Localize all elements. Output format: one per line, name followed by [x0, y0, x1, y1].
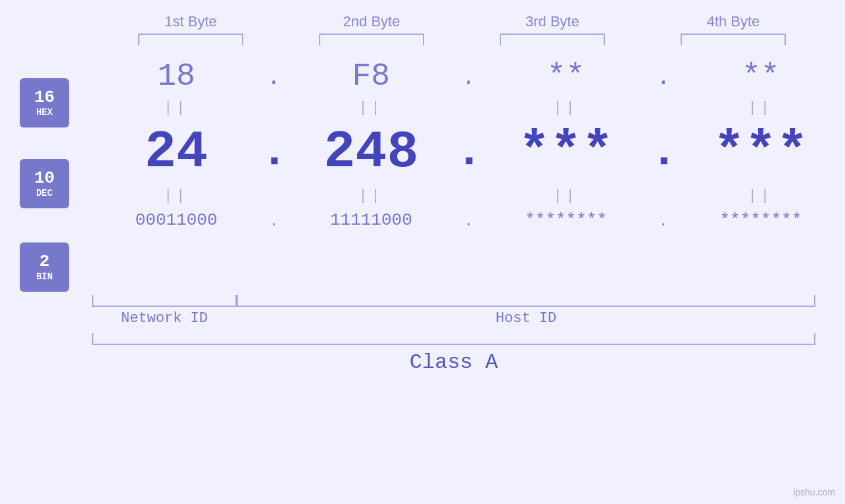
bottom-brackets-row: [92, 295, 815, 307]
bin-byte1: 00011000: [92, 207, 260, 237]
dec-byte4: ***: [677, 119, 845, 185]
byte-headers: 1st Byte 2nd Byte 3rd Byte 4th Byte: [101, 13, 824, 30]
class-row: Class A: [92, 350, 815, 375]
dec-dot2: .: [456, 126, 482, 178]
top-bracket-4: [681, 34, 786, 45]
equals-row-1: || || || ||: [92, 97, 845, 119]
hex-dot1: .: [260, 58, 287, 91]
byte4-header: 4th Byte: [643, 13, 824, 30]
dec-badge-label: DEC: [36, 188, 53, 198]
hex-byte1: 18: [92, 52, 260, 97]
byte2-header: 2nd Byte: [281, 13, 462, 30]
equals-row-2: || || || ||: [92, 185, 845, 207]
hex-byte3: **: [482, 52, 650, 97]
dec-byte3: ***: [482, 119, 650, 185]
bin-dot3: .: [650, 214, 677, 230]
main-content: 16 HEX 10 DEC 2 BIN 18 . F8 . ** . **: [0, 52, 845, 292]
dec-badge: 10 DEC: [20, 159, 69, 208]
byte1-header: 1st Byte: [101, 13, 281, 30]
dec-badge-num: 10: [34, 169, 55, 188]
host-bracket: [237, 295, 815, 307]
values-grid: 18 . F8 . ** . ** || || || || 24: [92, 52, 845, 237]
watermark: ipshu.com: [793, 487, 835, 497]
equals-1-b2: ||: [287, 97, 455, 119]
byte3-header: 3rd Byte: [462, 13, 643, 30]
hex-badge: 16 HEX: [20, 78, 69, 127]
network-id-label: Network ID: [92, 310, 237, 327]
equals-2-b3: ||: [482, 185, 650, 207]
equals-2-b2: ||: [287, 185, 455, 207]
bracket-cell-1: [101, 34, 281, 45]
bracket-cell-4: [643, 34, 824, 45]
hex-badge-num: 16: [34, 88, 55, 107]
dec-dot1: .: [260, 126, 287, 178]
bracket-cell-2: [281, 34, 462, 45]
bracket-cell-3: [462, 34, 643, 45]
bin-badge-label: BIN: [36, 271, 53, 282]
equals-1-b3: ||: [482, 97, 650, 119]
dec-row: 24 . 248 . *** . ***: [92, 119, 845, 185]
bin-badge-num: 2: [39, 252, 50, 271]
hex-byte4: **: [677, 52, 845, 97]
hex-row: 18 . F8 . ** . **: [92, 52, 845, 97]
outer-bracket: [92, 333, 815, 345]
hex-badge-label: HEX: [36, 107, 53, 118]
equals-1-b1: ||: [92, 97, 260, 119]
badges-column: 16 HEX 10 DEC 2 BIN: [0, 52, 92, 292]
host-id-label: Host ID: [237, 310, 815, 327]
main-container: 1st Byte 2nd Byte 3rd Byte 4th Byte 16 H…: [0, 0, 845, 504]
hex-byte2: F8: [287, 52, 455, 97]
dec-dot3: .: [650, 126, 677, 178]
hex-dot2: .: [456, 58, 482, 91]
bin-dot1: .: [260, 214, 287, 230]
bottom-section: Network ID Host ID Class A: [0, 295, 845, 375]
labels-row: Network ID Host ID: [92, 310, 815, 327]
top-bracket-1: [138, 34, 243, 45]
dec-byte2: 248: [287, 119, 455, 185]
bin-byte3: ********: [482, 207, 650, 237]
equals-2-b1: ||: [92, 185, 260, 207]
hex-dot3: .: [650, 58, 677, 91]
bin-byte2: 11111000: [287, 207, 455, 237]
class-label: Class A: [410, 350, 498, 375]
dec-byte1: 24: [92, 119, 260, 185]
top-bracket-2: [319, 34, 424, 45]
outer-bracket-row: [92, 333, 815, 345]
bin-badge: 2 BIN: [20, 242, 69, 292]
equals-2-b4: ||: [677, 185, 845, 207]
top-bracket-3: [500, 34, 605, 45]
network-bracket: [92, 295, 237, 307]
bin-byte4: ********: [677, 207, 845, 237]
bin-dot2: .: [456, 214, 482, 230]
equals-1-b4: ||: [677, 97, 845, 119]
bin-row: 00011000 . 11111000 . ******** . *******…: [92, 207, 845, 237]
top-brackets: [101, 34, 824, 45]
